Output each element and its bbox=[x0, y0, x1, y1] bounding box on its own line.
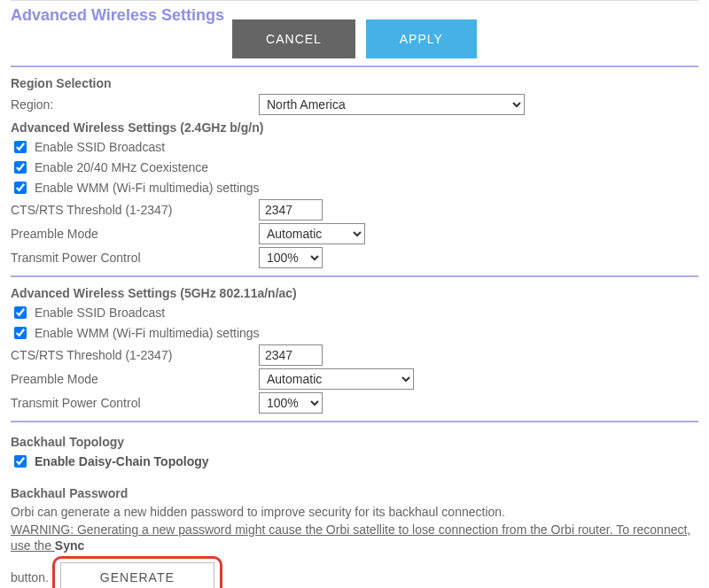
apply-button[interactable]: APPLY bbox=[366, 19, 477, 58]
divider bbox=[11, 66, 698, 67]
band24-cts-label: CTS/RTS Threshold (1-2347) bbox=[11, 203, 259, 217]
band5-preamble-select[interactable]: Automatic bbox=[259, 368, 414, 390]
band5-cts-input[interactable] bbox=[259, 344, 323, 366]
daisy-chain-checkbox[interactable] bbox=[14, 455, 27, 468]
band5-cts-label: CTS/RTS Threshold (1-2347) bbox=[11, 348, 259, 362]
band5-tx-select[interactable]: 100% bbox=[259, 392, 323, 414]
band24-coex-checkbox[interactable] bbox=[14, 161, 27, 174]
divider bbox=[11, 421, 698, 422]
band24-coex-label: Enable 20/40 MHz Coexistence bbox=[35, 160, 208, 174]
band5-wmm-checkbox[interactable] bbox=[14, 327, 27, 339]
generate-highlight-box: GENERATE bbox=[52, 556, 222, 588]
backhaul-password-warning: WARNING: Generating a new password might… bbox=[11, 522, 698, 553]
band24-preamble-select[interactable]: Automatic bbox=[259, 223, 365, 244]
band24-wmm-label: Enable WMM (Wi-Fi multimedia) settings bbox=[35, 181, 260, 195]
band24-wmm-checkbox[interactable] bbox=[14, 182, 27, 194]
backhaul-warning-text: WARNING: Generating a new password might… bbox=[11, 522, 690, 553]
band5-ssid-label: Enable SSID Broadcast bbox=[35, 306, 165, 320]
band5-ssid-checkbox[interactable] bbox=[14, 306, 27, 319]
band5-wmm-label: Enable WMM (Wi-Fi multimedia) settings bbox=[35, 326, 260, 340]
band24-tx-select[interactable]: 100% bbox=[259, 247, 323, 268]
band5-heading: Advanced Wireless Settings (5GHz 802.11a… bbox=[11, 286, 698, 300]
backhaul-password-heading: Backhaul Password bbox=[11, 486, 698, 500]
band5-preamble-label: Preamble Mode bbox=[11, 372, 259, 386]
band24-ssid-label: Enable SSID Broadcast bbox=[35, 140, 165, 154]
band24-tx-label: Transmit Power Control bbox=[11, 251, 259, 265]
cancel-button[interactable]: CANCEL bbox=[232, 19, 355, 58]
backhaul-topology-heading: Backhaul Topology bbox=[11, 435, 698, 449]
sync-word: Sync bbox=[55, 538, 84, 553]
region-label: Region: bbox=[11, 97, 259, 112]
action-button-row: CANCEL APPLY bbox=[11, 19, 698, 58]
daisy-chain-label: Enable Daisy-Chain Topology bbox=[35, 454, 209, 468]
band24-heading: Advanced Wireless Settings (2.4GHz b/g/n… bbox=[11, 120, 698, 135]
divider bbox=[11, 275, 698, 277]
band24-cts-input[interactable] bbox=[259, 199, 323, 220]
region-section-heading: Region Selection bbox=[11, 76, 698, 90]
band24-ssid-checkbox[interactable] bbox=[14, 141, 27, 153]
generate-button[interactable]: GENERATE bbox=[60, 562, 214, 588]
region-select[interactable]: North America bbox=[259, 94, 525, 115]
backhaul-password-desc: Orbi can generate a new hidden password … bbox=[11, 504, 698, 520]
band5-tx-label: Transmit Power Control bbox=[11, 396, 259, 410]
button-word: button. bbox=[11, 570, 49, 584]
band24-preamble-label: Preamble Mode bbox=[11, 227, 259, 241]
